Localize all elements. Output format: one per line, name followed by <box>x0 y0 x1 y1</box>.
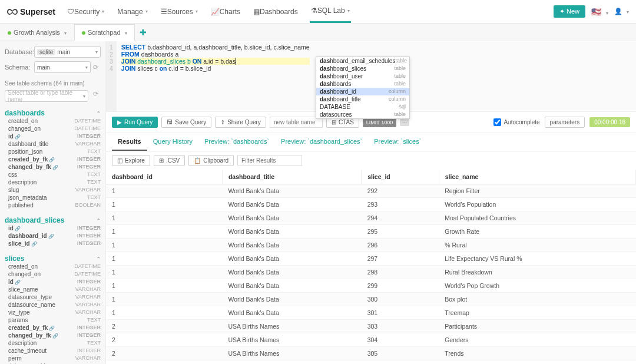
table-row[interactable]: 2USA Births Names304Genders <box>106 333 636 347</box>
ac-dashboard_title[interactable]: dashboard_titlecolumn <box>316 95 409 103</box>
table-row[interactable]: 1World Bank's Data292Region Filter <box>106 184 636 198</box>
col-perm[interactable]: permVARCHAR <box>5 355 101 362</box>
table-row[interactable]: 2USA Births Names306Genders by State <box>106 360 636 365</box>
user-menu[interactable]: 👤 ▾ <box>614 8 629 15</box>
col-header-slice_name[interactable]: slice_name <box>439 170 635 184</box>
table-row[interactable]: 1World Bank's Data295Growth Rate <box>106 225 636 239</box>
col-header-dashboard_id[interactable]: dashboard_id <box>106 170 222 184</box>
col-header-slice_id[interactable]: slice_id <box>362 170 439 184</box>
col-changed_by_fk[interactable]: changed_by_fk🔗INTEGER <box>5 332 101 339</box>
filter-results-input[interactable] <box>237 155 302 166</box>
tab-scratchpad[interactable]: Scratchpad ▾ <box>74 24 135 41</box>
ac-dashboard_email_schedules[interactable]: dashboard_email_schedulestable <box>316 57 409 65</box>
nav-security[interactable]: 🛡Security▾ <box>66 1 105 22</box>
table-row[interactable]: 2USA Births Names303Participants <box>106 320 636 333</box>
new-button[interactable]: ✦ New <box>554 5 585 18</box>
col-description[interactable]: descriptionTEXT <box>5 178 101 186</box>
col-slug[interactable]: slugVARCHAR <box>5 186 101 194</box>
col-datasource_name[interactable]: datasource_nameVARCHAR <box>5 301 101 309</box>
table-row[interactable]: 1World Bank's Data300Box plot <box>106 293 636 306</box>
results-table: dashboard_iddashboard_titleslice_idslice… <box>106 170 636 364</box>
nav-manage[interactable]: Manage▾ <box>116 1 148 22</box>
language-menu[interactable]: 🇺🇸 ▾ <box>591 7 608 16</box>
col-dashboard_title[interactable]: dashboard_titleVARCHAR <box>5 140 101 148</box>
brand[interactable]: Superset <box>7 7 55 16</box>
ac-dashboard_user[interactable]: dashboard_usertable <box>316 72 409 80</box>
ac-dashboards[interactable]: dashboardstable <box>316 80 409 88</box>
clipboard-button[interactable]: 📋 Clipboard <box>188 155 234 166</box>
save-query-button[interactable]: 🖫 Save Query <box>161 117 211 128</box>
table-row[interactable]: 2USA Births Names305Trends <box>106 347 636 360</box>
nav-items: 🛡Security▾Manage▾☰Sources▾📈Charts▦Dashbo… <box>66 0 554 23</box>
sql-editor[interactable]: 1234 SELECT b.dashboard_id, a.dashboard_… <box>106 41 636 112</box>
ac-datasources[interactable]: datasourcestable <box>316 111 409 118</box>
nav-charts[interactable]: 📈Charts <box>210 1 241 22</box>
col-id[interactable]: id🔗INTEGER <box>5 133 101 140</box>
sidebar: Database: sqlitemain▾ Schema: main▾ ⟳ Se… <box>0 41 106 364</box>
rtab-0[interactable]: Results <box>112 133 147 151</box>
run-query-button[interactable]: ▶ Run Query <box>112 117 158 128</box>
rtab-2[interactable]: Preview: `dashboards` <box>198 133 275 151</box>
table-row[interactable]: 1World Bank's Data294Most Populated Coun… <box>106 211 636 225</box>
col-datasource_type[interactable]: datasource_typeVARCHAR <box>5 293 101 301</box>
ac-dashboard_id[interactable]: dashboard_idcolumn <box>316 88 409 95</box>
col-changed_on[interactable]: changed_onDATETIME <box>5 270 101 278</box>
table-row[interactable]: 1World Bank's Data293World's Population <box>106 198 636 211</box>
tree-dashboards[interactable]: dashboards⌃ <box>5 109 101 117</box>
col-viz_type[interactable]: viz_typeVARCHAR <box>5 309 101 316</box>
table-row[interactable]: 1World Bank's Data299World's Pop Growth <box>106 279 636 293</box>
col-params[interactable]: paramsTEXT <box>5 316 101 324</box>
col-changed_on[interactable]: changed_onDATETIME <box>5 125 101 133</box>
col-slice_name[interactable]: slice_nameVARCHAR <box>5 286 101 293</box>
table-row[interactable]: 1World Bank's Data297Life Expectancy VS … <box>106 252 636 266</box>
table-row[interactable]: 1World Bank's Data296% Rural <box>106 239 636 252</box>
schema-hint: See table schema (64 in main) <box>5 80 101 87</box>
ac-dashboard_slices[interactable]: dashboard_slicestable <box>316 65 409 72</box>
col-created_on[interactable]: created_onDATETIME <box>5 263 101 270</box>
autocomplete-popup[interactable]: dashboard_email_schedulestabledashboard_… <box>316 57 410 119</box>
tree-slices[interactable]: slices⌃ <box>5 254 101 263</box>
new-table-input[interactable] <box>270 117 323 128</box>
add-tab-icon[interactable]: ✚ <box>135 28 151 37</box>
autocomplete-toggle[interactable]: Autocomplete <box>493 118 539 126</box>
col-json_metadata[interactable]: json_metadataTEXT <box>5 194 101 201</box>
col-id[interactable]: id🔗INTEGER <box>5 224 101 232</box>
refresh-table-icon[interactable]: ⟳ <box>91 90 101 102</box>
col-changed_by_fk[interactable]: changed_by_fk🔗INTEGER <box>5 163 101 171</box>
tree-dashboard_slices[interactable]: dashboard_slices⌃ <box>5 216 101 224</box>
lock-icon: 🛡 <box>67 8 74 16</box>
col-dashboard_id[interactable]: dashboard_id🔗INTEGER <box>5 232 101 240</box>
table-select[interactable]: Select table or type table name▾ <box>5 90 88 102</box>
schema-select[interactable]: main▾ <box>34 61 91 73</box>
editor-code[interactable]: SELECT b.dashboard_id, a.dashboard_title… <box>117 41 314 111</box>
col-description[interactable]: descriptionTEXT <box>5 339 101 347</box>
explore-button[interactable]: ◫ Explore <box>112 155 150 166</box>
nav-sql-lab[interactable]: ⚗SQL Lab▾ <box>310 0 351 23</box>
col-slice_id[interactable]: slice_id🔗INTEGER <box>5 240 101 247</box>
col-published[interactable]: publishedBOOLEAN <box>5 201 101 209</box>
table-row[interactable]: 1World Bank's Data301Treemap <box>106 306 636 320</box>
rtab-4[interactable]: Preview: `slices` <box>368 133 427 151</box>
parameters-button[interactable]: parameters <box>545 117 585 128</box>
col-created_on[interactable]: created_onDATETIME <box>5 117 101 125</box>
ac-DATABASE[interactable]: DATABASEsql <box>316 103 409 111</box>
col-created_by_fk[interactable]: created_by_fk🔗INTEGER <box>5 155 101 163</box>
refresh-icon[interactable]: ⟳ <box>91 64 101 71</box>
col-cache_timeout[interactable]: cache_timeoutINTEGER <box>5 347 101 355</box>
col-id[interactable]: id🔗INTEGER <box>5 278 101 286</box>
csv-button[interactable]: ⊞ .CSV <box>154 155 185 166</box>
chart-icon: 📈 <box>211 8 220 16</box>
tab-growth-analysis[interactable]: Growth Analysis ▾ <box>0 24 74 41</box>
col-created_by_fk[interactable]: created_by_fk🔗INTEGER <box>5 324 101 332</box>
rtab-3[interactable]: Preview: `dashboard_slices` <box>275 133 368 151</box>
nav-dashboards[interactable]: ▦Dashboards <box>252 1 299 22</box>
editor-gutter: 1234 <box>106 41 117 111</box>
nav-sources[interactable]: ☰Sources▾ <box>160 1 199 22</box>
share-query-button[interactable]: ⇪ Share Query <box>215 117 266 128</box>
col-header-dashboard_title[interactable]: dashboard_title <box>222 170 361 184</box>
col-position_json[interactable]: position_jsonTEXT <box>5 148 101 155</box>
col-css[interactable]: cssTEXT <box>5 171 101 178</box>
rtab-1[interactable]: Query History <box>147 133 198 151</box>
table-row[interactable]: 1World Bank's Data298Rural Breakdown <box>106 266 636 279</box>
database-select[interactable]: sqlitemain▾ <box>34 46 101 58</box>
